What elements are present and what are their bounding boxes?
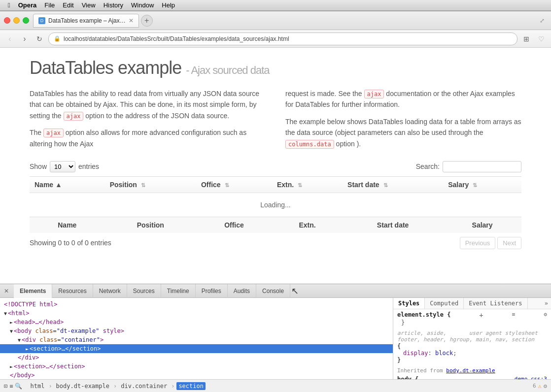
el-div-container[interactable]: ▼<div class="container">	[0, 335, 393, 344]
bc-body[interactable]: body.dt-example	[54, 382, 111, 390]
intro-left-p2: The ajax option also allows for more adv…	[30, 127, 266, 149]
el-body-close[interactable]: </body>	[0, 371, 393, 379]
triangle-html[interactable]: ▼	[4, 311, 7, 316]
bookmark-button[interactable]: ♡	[535, 33, 547, 45]
entries-select[interactable]: 10 25 50 100	[50, 161, 75, 172]
console-icon[interactable]: ≡	[9, 383, 13, 390]
menu-file[interactable]: File	[44, 1, 55, 9]
col-position[interactable]: Position ⇅	[105, 176, 196, 193]
el-doctype[interactable]: <!DOCTYPE html>	[0, 300, 393, 309]
prev-button[interactable]: Previous	[460, 237, 496, 249]
apple-menu[interactable]: 	[8, 1, 10, 9]
back-button[interactable]: ‹	[4, 33, 16, 45]
triangle-head[interactable]: ►	[10, 320, 13, 325]
devtools-close-button[interactable]: ✕	[2, 287, 11, 295]
body-source[interactable]: demo.css:3	[515, 376, 547, 379]
bc-section[interactable]: section	[176, 382, 206, 390]
search-icon[interactable]: 🔍	[15, 383, 22, 390]
style-format-button[interactable]: ≡	[512, 311, 516, 319]
body-rule: body { demo.css:3 font: ►90%/1.45em "Hel…	[397, 376, 547, 379]
new-tab-button[interactable]: +	[141, 15, 153, 27]
inspect-icon[interactable]: ⊡	[4, 383, 7, 390]
intro-right-p1: request is made. See the ajax documentat…	[285, 88, 521, 110]
address-bar[interactable]: 🔒 localhost/datatables/DataTablesSrc/bui…	[48, 33, 517, 45]
user-agent-comment: article, aside, user agent stylesheet	[397, 330, 547, 336]
add-style-button[interactable]: +	[479, 311, 483, 319]
menu-edit[interactable]: Edit	[63, 1, 73, 9]
user-agent-prop: display: block;	[397, 350, 547, 357]
col-extn[interactable]: Extn. ⇅	[272, 176, 343, 193]
tab-favicon: D	[38, 17, 45, 24]
el-body[interactable]: ▼<body class="dt-example" style>	[0, 327, 393, 335]
col-startdate[interactable]: Start date ⇅	[343, 176, 443, 193]
menu-help[interactable]: Help	[162, 1, 175, 9]
styles-tab-styles[interactable]: Styles	[393, 298, 425, 309]
menu-view[interactable]: View	[82, 1, 96, 9]
search-input[interactable]	[443, 161, 521, 172]
bc-div-container[interactable]: div.container	[119, 382, 169, 390]
reload-button[interactable]: ↻	[34, 33, 45, 45]
search-wrap: Search:	[416, 161, 521, 172]
devtools-tab-profiles[interactable]: Profiles	[196, 284, 228, 298]
warning-icon[interactable]: ⚠	[538, 383, 542, 390]
devtools-tab-sources[interactable]: Sources	[127, 284, 161, 298]
page-content: DataTables example - Ajax sourced data D…	[0, 48, 551, 284]
entries-label: entries	[78, 163, 99, 170]
devtools-tab-network[interactable]: Network	[93, 284, 127, 298]
el-div-close[interactable]: </div>	[0, 353, 393, 362]
foot-office: Office	[196, 217, 272, 233]
styles-tab-bar: Styles Computed Event Listeners »	[393, 298, 551, 309]
styles-more-icon[interactable]: »	[542, 298, 551, 309]
datatable: Name ▲ Position ⇅ Office ⇅ Extn. ⇅	[30, 176, 521, 233]
triangle-div[interactable]: ▼	[18, 337, 21, 343]
bc-html[interactable]: html	[28, 382, 46, 390]
loading-cell: Loading...	[30, 193, 521, 217]
dt-footer: Showing 0 to 0 of 0 entries Previous Nex…	[30, 237, 521, 249]
devtools-tab-timeline[interactable]: Timeline	[161, 284, 196, 298]
devtools-tab-resources[interactable]: Resources	[52, 284, 93, 298]
settings-gear-icon[interactable]: ⚙	[544, 383, 547, 390]
address-text: localhost/datatables/DataTablesSrc/built…	[64, 35, 512, 42]
fullscreen-button[interactable]: ⤢	[537, 16, 547, 26]
next-button[interactable]: Next	[497, 237, 521, 249]
foot-position: Position	[105, 217, 196, 233]
elements-panel[interactable]: <!DOCTYPE html> ▼<html> ►<head>…</head> …	[0, 298, 393, 379]
close-button[interactable]	[4, 17, 10, 24]
ajax-code-1: ajax	[64, 112, 84, 121]
styles-panel: Styles Computed Event Listeners » elemen…	[393, 298, 551, 379]
body-selector: body {	[397, 376, 418, 379]
showing-text: Showing 0 to 0 of 0 entries	[30, 239, 111, 247]
menu-opera[interactable]: Opera	[18, 1, 37, 9]
el-head[interactable]: ►<head>…</head>	[0, 318, 393, 327]
menu-history[interactable]: History	[103, 1, 123, 9]
tabs-overview-button[interactable]: ⊞	[520, 33, 532, 45]
search-label: Search:	[416, 163, 440, 170]
el-section2[interactable]: ►<section>…</section>	[0, 362, 393, 371]
inherited-from-link[interactable]: body.dt-example	[446, 367, 495, 374]
devtools-tab-console[interactable]: Console	[256, 284, 290, 298]
tab-close-icon[interactable]: ✕	[129, 17, 134, 24]
minimize-button[interactable]	[13, 17, 20, 24]
nav-bar: ‹ › ↻ 🔒 localhost/datatables/DataTablesS…	[0, 30, 551, 48]
security-icon: 🔒	[54, 35, 61, 42]
styles-tab-event-listeners[interactable]: Event Listeners	[464, 298, 527, 309]
maximize-button[interactable]	[23, 17, 29, 24]
triangle-section[interactable]: ►	[26, 346, 29, 352]
columns-data-code: columns.data	[285, 140, 334, 149]
styles-tab-computed[interactable]: Computed	[425, 298, 464, 309]
triangle-body[interactable]: ▼	[10, 328, 13, 334]
devtools-tab-audits[interactable]: Audits	[228, 284, 256, 298]
col-salary[interactable]: Salary ⇅	[443, 176, 521, 193]
style-settings-button[interactable]: ⚙	[544, 311, 547, 319]
menu-window[interactable]: Window	[131, 1, 154, 9]
devtools-tab-elements[interactable]: Elements	[14, 284, 52, 298]
intro-left-p1: DataTables has the ability to read data …	[30, 88, 266, 121]
el-section-selected[interactable]: ►<section>…</section>	[0, 344, 393, 353]
col-name[interactable]: Name ▲	[30, 176, 105, 193]
foot-name: Name	[30, 217, 105, 233]
col-office[interactable]: Office ⇅	[196, 176, 272, 193]
active-tab[interactable]: D DataTables example – Ajax… ✕	[33, 14, 139, 28]
el-html[interactable]: ▼<html>	[0, 309, 393, 318]
triangle-section2[interactable]: ►	[10, 364, 13, 369]
forward-button[interactable]: ›	[19, 33, 31, 45]
